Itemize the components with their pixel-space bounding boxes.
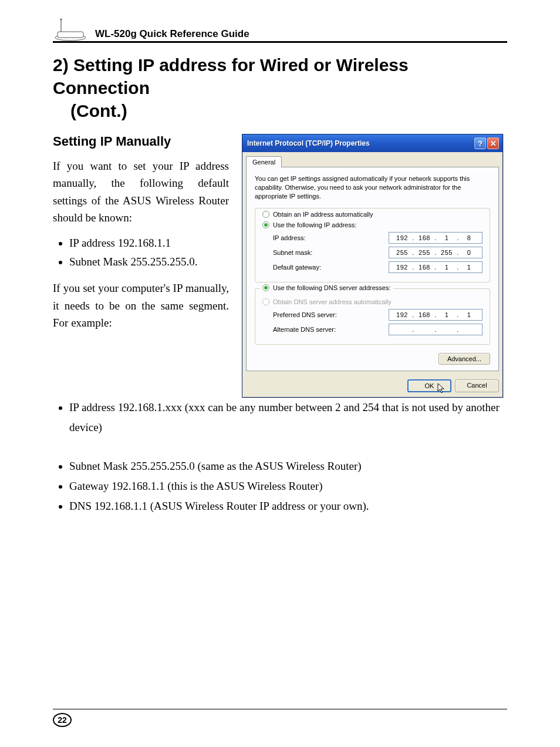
section-heading: 2) Setting IP address for Wired or Wirel… [53,53,507,122]
radio-label: Obtain DNS server address automatically [273,298,392,305]
list-item: Subnet Mask 255.255.255.0. [69,253,229,271]
tab-general[interactable]: General [246,156,282,167]
svg-rect-1 [58,32,83,38]
dialog-title: Internet Protocol (TCP/IP) Properties [247,139,370,147]
paragraph-2: If you set your computer's IP manually, … [53,280,229,331]
radio-use-following-ip[interactable]: Use the following IP address: [262,221,483,228]
list-item: IP address 192.168.1.xxx (xxx can be any… [69,398,507,438]
dialog-titlebar[interactable]: Internet Protocol (TCP/IP) Properties ? … [242,134,502,152]
svg-marker-4 [438,383,444,393]
cursor-icon [437,383,446,393]
page-number: 22 [53,713,72,727]
router-icon [53,18,88,41]
example-list-2: Subnet Mask 255.255.255.0 (same as the A… [53,456,507,517]
radio-obtain-ip-auto[interactable]: Obtain an IP address automatically [262,211,483,218]
close-button[interactable]: ✕ [487,137,499,149]
alternate-dns-input[interactable]: . . . [389,324,483,335]
subnet-mask-label: Subnet mask: [273,249,312,256]
ip-address-input[interactable]: 192. 168. 1. 8 [389,232,483,244]
cancel-button[interactable]: Cancel [455,379,499,392]
ok-button-label: OK [425,382,434,389]
alternate-dns-label: Alternate DNS server: [273,326,336,333]
page-header: WL-520g Quick Reference Guide [53,18,507,43]
tcpip-properties-dialog: Internet Protocol (TCP/IP) Properties ? … [242,134,503,398]
heading-line1: 2) Setting IP address for Wired or Wirel… [53,55,409,97]
paragraph-1: If you want to set your IP address manua… [53,157,229,227]
radio-label: Use the following DNS server addresses: [273,284,391,291]
ok-button[interactable]: OK [407,379,451,392]
list-item: Gateway 192.168.1.1 (this is the ASUS Wi… [69,476,507,496]
dialog-description: You can get IP settings assigned automat… [255,174,490,201]
ip-address-label: IP address: [273,234,305,241]
radio-obtain-dns-auto: Obtain DNS server address automatically [262,298,483,305]
default-gateway-label: Default gateway: [273,264,321,271]
radio-label: Use the following IP address: [273,221,356,228]
radio-use-following-dns[interactable]: Use the following DNS server addresses: [260,284,393,291]
default-gateway-input[interactable]: 192. 168. 1. 1 [389,261,483,273]
list-item: Subnet Mask 255.255.255.0 (same as the A… [69,456,507,476]
help-button[interactable]: ? [474,137,486,149]
svg-point-3 [60,19,62,21]
subheading: Setting IP Manually [53,134,229,149]
example-list-1: IP address 192.168.1.xxx (xxx can be any… [53,398,507,438]
doc-title: WL-520g Quick Reference Guide [95,28,249,41]
subnet-mask-input[interactable]: 255. 255. 255. 0 [389,247,483,258]
default-settings-list: IP address 192.168.1.1 Subnet Mask 255.2… [53,234,229,272]
heading-line2: (Cont.) [53,99,507,122]
radio-label: Obtain an IP address automatically [273,211,373,218]
list-item: IP address 192.168.1.1 [69,234,229,253]
advanced-button[interactable]: Advanced... [438,353,490,365]
list-item: DNS 192.168.1.1 (ASUS Wireless Router IP… [69,496,507,516]
page-footer: 22 [53,709,507,727]
preferred-dns-label: Preferred DNS server: [273,311,337,318]
preferred-dns-input[interactable]: 192. 168. 1. 1 [389,309,483,321]
